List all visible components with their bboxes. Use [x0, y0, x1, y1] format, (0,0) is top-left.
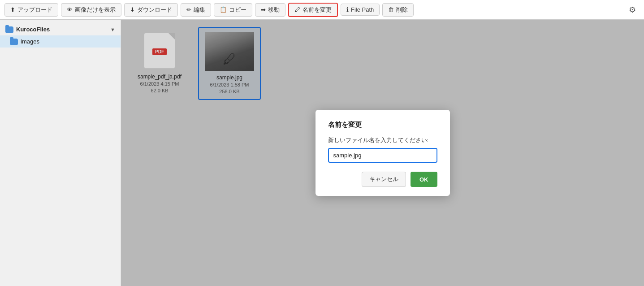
sidebar-root-label: KurocoFiles: [16, 26, 50, 33]
delete-button[interactable]: 🗑 削除: [382, 3, 414, 17]
move-icon: ➡: [261, 6, 266, 13]
folder-icon: [5, 26, 13, 33]
toolbar: ⬆ アップロード 👁 画像だけを表示 ⬇ ダウンロード ✏ 編集 📋 コピー ➡…: [0, 0, 644, 20]
sidebar-root-item[interactable]: KurocoFiles ▼: [0, 23, 121, 35]
eye-icon: 👁: [67, 6, 73, 13]
dialog-buttons: キャンセル OK: [328, 172, 437, 187]
copy-label: コピー: [229, 6, 246, 14]
dialog-title: 名前を変更: [328, 121, 437, 129]
filepath-label: File Path: [351, 6, 374, 13]
trash-icon: 🗑: [388, 6, 394, 13]
copy-button[interactable]: 📋 コピー: [214, 3, 252, 17]
info-icon: ℹ: [346, 6, 349, 13]
sidebar-item-label: images: [21, 38, 39, 45]
file-area: PDF sample_pdf_ja.pdf 6/1/2023 4:15 PM 6…: [121, 20, 644, 286]
ok-label: OK: [419, 176, 428, 183]
delete-label: 削除: [396, 6, 408, 14]
dialog-overlay: 名前を変更 新しいファイル名を入力してください: キャンセル OK: [121, 20, 644, 286]
settings-button[interactable]: ⚙: [625, 3, 640, 17]
rename-button[interactable]: 🖊 名前を変更: [288, 3, 338, 17]
cancel-label: キャンセル: [369, 176, 398, 182]
folder-icon: [10, 39, 18, 45]
filepath-button[interactable]: ℹ File Path: [341, 4, 380, 16]
main-layout: KurocoFiles ▼ images PDF sample_pdf_ja.p…: [0, 20, 644, 286]
edit-label: 編集: [194, 6, 205, 14]
upload-icon: ⬆: [10, 6, 15, 13]
rename-label: 名前を変更: [303, 6, 332, 14]
chevron-down-icon: ▼: [110, 27, 115, 32]
move-button[interactable]: ➡ 移動: [255, 3, 285, 17]
dialog-label: 新しいファイル名を入力してください:: [328, 136, 437, 144]
upload-label: アップロード: [17, 6, 52, 14]
images-only-label: 画像だけを表示: [75, 6, 116, 14]
images-only-button[interactable]: 👁 画像だけを表示: [61, 3, 121, 17]
download-label: ダウンロード: [137, 6, 172, 14]
download-button[interactable]: ⬇ ダウンロード: [124, 3, 178, 17]
ok-button[interactable]: OK: [411, 172, 437, 187]
cancel-button[interactable]: キャンセル: [362, 172, 406, 187]
rename-input[interactable]: [328, 148, 437, 163]
download-icon: ⬇: [130, 6, 135, 13]
pencil-icon: ✏: [186, 6, 191, 13]
move-label: 移動: [268, 6, 280, 14]
sidebar-item-images[interactable]: images: [0, 35, 121, 48]
edit-button[interactable]: ✏ 編集: [181, 3, 211, 17]
rename-icon: 🖊: [294, 6, 300, 13]
rename-dialog: 名前を変更 新しいファイル名を入力してください: キャンセル OK: [316, 110, 450, 196]
upload-button[interactable]: ⬆ アップロード: [4, 3, 58, 17]
sidebar: KurocoFiles ▼ images: [0, 20, 121, 286]
copy-icon: 📋: [220, 6, 227, 13]
gear-icon: ⚙: [629, 5, 636, 14]
